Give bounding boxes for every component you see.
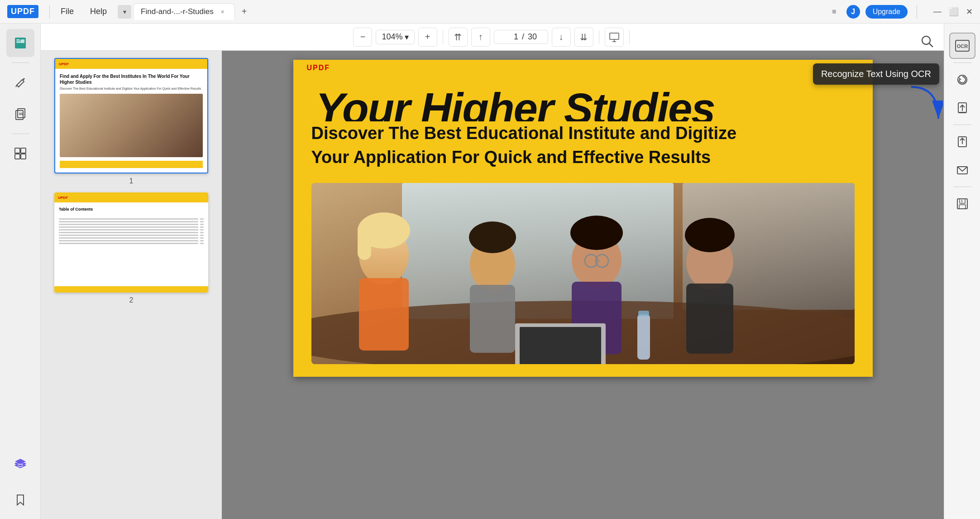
presentation-icon — [609, 32, 619, 42]
share-icon — [956, 135, 969, 149]
minimize-button[interactable]: — — [933, 7, 942, 17]
upgrade-button[interactable]: Upgrade — [865, 5, 908, 19]
pdf-subtitle-block: Discover The Best Educational Institute … — [293, 121, 873, 183]
right-divider-2 — [953, 125, 971, 125]
ocr-icon: OCR — [954, 38, 970, 54]
save-button[interactable] — [949, 191, 975, 217]
thumb1-content: Find and Apply For the Best Institutes I… — [55, 69, 207, 173]
nav-prev-button[interactable]: ↑ — [471, 28, 490, 47]
sidebar-item-layers[interactable] — [6, 450, 34, 478]
maximize-button[interactable]: ⬜ — [949, 7, 959, 17]
thumbnail-page-2[interactable]: UPDF Table of Contents — [54, 192, 208, 293]
thumbnail-item-1: UPDF Find and Apply For the Best Institu… — [48, 58, 215, 185]
upgrade-label: Upgrade — [873, 8, 900, 16]
sidebar-item-reader[interactable] — [6, 29, 34, 57]
svg-rect-38 — [686, 284, 733, 354]
title-bar-right: ≡ J Upgrade — ⬜ ✕ — [827, 5, 980, 19]
pdf-big-title: Your Higher Studies — [316, 87, 715, 121]
share-button[interactable] — [949, 129, 975, 155]
reader-icon — [13, 36, 28, 50]
restore-icon — [956, 73, 969, 86]
svg-rect-4 — [21, 39, 24, 43]
tab-list-button[interactable]: ≡ — [827, 5, 841, 19]
search-corner-button[interactable] — [916, 30, 938, 53]
svg-rect-1 — [16, 39, 20, 40]
zoom-out-button[interactable]: − — [353, 28, 372, 47]
thumb1-image — [60, 94, 203, 157]
help-menu[interactable]: Help — [83, 4, 114, 19]
thumbnail-item-2: UPDF Table of Contents — [48, 192, 215, 304]
active-tab[interactable]: Find-and-...-r-Studies × — [133, 3, 235, 20]
ocr-button[interactable]: OCR — [949, 33, 975, 59]
zoom-dropdown-icon: ▾ — [405, 32, 409, 42]
pdf-main-view[interactable]: UPDF Your Higher Studies Discover The Be… — [222, 51, 944, 519]
title-bar: UPDF File Help ▾ Find-and-...-r-Studies … — [0, 0, 980, 24]
extract-button[interactable] — [949, 95, 975, 121]
pdf-photo-area — [311, 183, 855, 364]
extract-icon — [956, 101, 969, 115]
zoom-level-text: 104% — [382, 32, 402, 42]
pdf-main-subtitle-2: Your Application For Quick and Effective… — [311, 145, 855, 169]
zoom-in-button[interactable]: + — [418, 28, 437, 47]
svg-rect-57 — [960, 199, 965, 203]
thumbnail-panel: UPDF Find and Apply For the Best Institu… — [41, 51, 222, 519]
svg-rect-43 — [637, 314, 650, 360]
main-area: − 104% ▾ + ⇈ ↑ / 30 ↓ ⇊ — [0, 24, 980, 519]
svg-rect-21 — [402, 183, 674, 319]
sidebar-item-annotate[interactable] — [6, 68, 34, 96]
pdf-main-subtitle-1: Discover The Best Educational Institute … — [311, 121, 855, 145]
svg-rect-12 — [15, 154, 20, 159]
toolbar-divider-2 — [599, 30, 599, 44]
email-button[interactable] — [949, 157, 975, 183]
right-divider-3 — [953, 187, 971, 187]
svg-rect-3 — [16, 42, 21, 43]
pdf-logo: UPDF — [307, 64, 330, 72]
thumb2-yellow-bar — [54, 286, 208, 293]
sidebar-item-pages[interactable] — [6, 100, 34, 128]
user-avatar: J — [846, 5, 860, 19]
right-panel: Recognize Text Using OCR OCR — [944, 24, 980, 519]
svg-rect-41 — [520, 327, 601, 364]
tab-bar: ▾ Find-and-...-r-Studies × + — [118, 3, 827, 20]
sidebar-item-organize[interactable] — [6, 139, 34, 168]
svg-point-33 — [570, 216, 623, 250]
tab-dropdown-button[interactable]: ▾ — [118, 5, 131, 19]
pdf-page-1: UPDF Your Higher Studies Discover The Be… — [293, 60, 873, 377]
svg-line-5 — [16, 85, 17, 87]
thumb1-page-num: 1 — [129, 177, 134, 185]
sidebar-divider-2 — [11, 134, 29, 134]
thumbnail-page-1[interactable]: UPDF Find and Apply For the Best Institu… — [54, 58, 208, 173]
annotate-icon — [13, 75, 28, 90]
pages-icon — [13, 107, 28, 121]
svg-rect-13 — [21, 154, 26, 159]
svg-rect-0 — [15, 38, 26, 48]
presentation-button[interactable] — [605, 28, 624, 47]
nav-first-button[interactable]: ⇈ — [449, 28, 468, 47]
nav-last-button[interactable]: ⇊ — [574, 28, 593, 47]
pdf-big-title-area: Your Higher Studies — [293, 76, 873, 121]
current-page-input[interactable] — [505, 32, 518, 42]
thumb2-header: UPDF — [54, 192, 208, 202]
file-menu[interactable]: File — [53, 4, 81, 19]
content-area: UPDF Find and Apply For the Best Institu… — [41, 51, 944, 519]
page-number-display: / 30 — [494, 30, 548, 44]
toolbar-divider-1 — [443, 30, 443, 44]
close-button[interactable]: ✕ — [966, 7, 973, 17]
nav-next-button[interactable]: ↓ — [552, 28, 571, 47]
tab-close-button[interactable]: × — [218, 7, 227, 16]
restore-button[interactable] — [949, 67, 975, 93]
pdf-top-bar: UPDF — [293, 60, 873, 76]
page-separator: / — [522, 32, 524, 42]
save-icon — [956, 197, 969, 211]
new-tab-button[interactable]: + — [238, 5, 251, 19]
layers-icon — [13, 457, 28, 471]
svg-point-39 — [685, 218, 735, 252]
zoom-level-display[interactable]: 104% ▾ — [376, 30, 414, 44]
tab-title: Find-and-...-r-Studies — [141, 7, 214, 16]
search-icon — [920, 34, 934, 48]
ocr-arrow — [907, 82, 943, 139]
email-icon — [956, 163, 969, 177]
pdf-photo — [311, 183, 855, 364]
right-divider-1 — [953, 62, 971, 63]
sidebar-item-bookmark[interactable] — [6, 485, 34, 514]
